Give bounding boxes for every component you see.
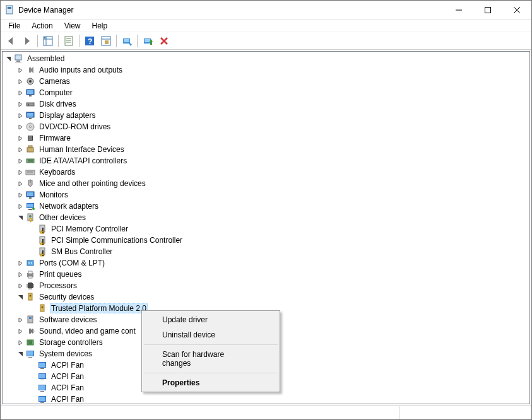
monitor-icon bbox=[25, 190, 35, 200]
tree-node[interactable]: IDE ATA/ATAPI controllers bbox=[3, 155, 529, 166]
tree-node[interactable]: Ports (COM & LPT) bbox=[3, 257, 529, 269]
action-button[interactable] bbox=[98, 33, 114, 49]
tree-node-label: Ports (COM & LPT) bbox=[38, 259, 106, 267]
expand-icon[interactable] bbox=[16, 88, 25, 98]
expand-icon[interactable] bbox=[16, 66, 25, 75]
tree-node-label: Processors bbox=[38, 281, 78, 290]
scan-button[interactable] bbox=[119, 33, 134, 49]
expand-icon[interactable] bbox=[16, 338, 25, 347]
svg-rect-84 bbox=[39, 397, 45, 401]
menu-item-scan-for-hardware-changes[interactable]: Scan for hardware changes bbox=[143, 347, 278, 371]
expand-icon[interactable] bbox=[16, 122, 25, 132]
expand-icon[interactable] bbox=[16, 145, 25, 155]
menu-item-uninstall-device[interactable]: Uninstall device bbox=[143, 327, 278, 342]
tree-node[interactable]: Network adapters bbox=[3, 201, 529, 212]
menu-item-update-driver[interactable]: Update driver bbox=[143, 312, 278, 327]
uninstall-button[interactable] bbox=[157, 33, 172, 49]
update-button[interactable] bbox=[140, 33, 155, 49]
tree-node[interactable]: !PCI Simple Communications Controller bbox=[3, 235, 529, 246]
tree-node-label: Display adapters bbox=[38, 111, 97, 120]
tree-node[interactable]: Security devices bbox=[3, 291, 529, 303]
tree-node[interactable]: Print queues bbox=[3, 269, 529, 280]
computer-icon bbox=[13, 54, 23, 64]
warn-icon: ! bbox=[37, 247, 47, 257]
security-icon bbox=[25, 292, 35, 302]
collapse-icon[interactable] bbox=[16, 213, 25, 223]
expand-icon[interactable] bbox=[16, 327, 25, 336]
svg-rect-79 bbox=[40, 380, 44, 380]
tree-node[interactable]: ?Other devices bbox=[3, 212, 529, 223]
svg-rect-61 bbox=[28, 276, 32, 278]
tree-node[interactable]: Firmware bbox=[3, 132, 529, 144]
tree-node-label: Storage controllers bbox=[38, 338, 104, 347]
tree-node[interactable]: ACPI Fan bbox=[3, 394, 529, 404]
tree-node-label: Sound, video and game cont bbox=[38, 327, 137, 335]
context-menu[interactable]: Update driverUninstall deviceScan for ha… bbox=[141, 310, 280, 392]
back-button[interactable] bbox=[3, 33, 18, 49]
forward-button[interactable] bbox=[20, 33, 35, 49]
tree-node-label: Cameras bbox=[38, 77, 71, 86]
tree-node[interactable]: Display adapters bbox=[3, 110, 529, 121]
tree-node[interactable]: Computer bbox=[3, 87, 529, 98]
expand-icon[interactable] bbox=[16, 134, 25, 143]
system-item-icon bbox=[37, 371, 47, 382]
svg-rect-19 bbox=[16, 61, 20, 62]
menu-action[interactable]: Action bbox=[27, 20, 57, 32]
expand-icon[interactable] bbox=[16, 100, 25, 109]
expand-icon[interactable] bbox=[16, 202, 25, 211]
menu-view[interactable]: View bbox=[59, 20, 86, 32]
tree-node-label: ACPI Fan bbox=[50, 361, 85, 370]
expand-icon[interactable] bbox=[16, 281, 25, 291]
camera-icon bbox=[25, 76, 35, 86]
tree-node[interactable]: Cameras bbox=[3, 76, 529, 87]
expand-icon[interactable] bbox=[16, 190, 25, 200]
tree-node[interactable]: !SM Bus Controller bbox=[3, 246, 529, 257]
expand-icon[interactable] bbox=[16, 111, 25, 120]
tree-node[interactable]: Assembled bbox=[3, 53, 529, 64]
svg-rect-37 bbox=[28, 146, 32, 148]
menu-file[interactable]: File bbox=[3, 20, 25, 32]
expand-icon[interactable] bbox=[16, 315, 25, 325]
tree-node[interactable]: DVD/CD-ROM drives bbox=[3, 121, 529, 132]
system-item-icon bbox=[37, 394, 47, 404]
properties-button[interactable] bbox=[61, 33, 76, 49]
tree-node[interactable]: Keyboards bbox=[3, 166, 529, 178]
tree-node[interactable]: Monitors bbox=[3, 189, 529, 201]
expand-icon[interactable] bbox=[16, 77, 25, 86]
menubar: FileActionViewHelp bbox=[1, 20, 531, 32]
tree-node[interactable]: Audio inputs and outputs bbox=[3, 64, 529, 76]
expand-icon[interactable] bbox=[16, 156, 25, 166]
tree-node[interactable]: Human Interface Devices bbox=[3, 144, 529, 155]
minimize-button[interactable] bbox=[444, 1, 473, 20]
tree-node-label: Firmware bbox=[38, 134, 72, 143]
show-hide-tree[interactable] bbox=[40, 33, 56, 49]
network-icon bbox=[25, 201, 35, 211]
close-button[interactable] bbox=[502, 1, 531, 20]
collapse-icon[interactable] bbox=[4, 54, 13, 64]
svg-rect-3 bbox=[485, 7, 491, 13]
tree-node[interactable]: Mice and other pointing devices bbox=[3, 178, 529, 189]
collapse-icon[interactable] bbox=[16, 349, 25, 359]
expand-icon[interactable] bbox=[16, 270, 25, 279]
svg-rect-73 bbox=[28, 357, 32, 358]
collapse-icon[interactable] bbox=[16, 293, 25, 302]
tree-node[interactable]: Disk drives bbox=[3, 98, 529, 110]
chip-icon bbox=[25, 133, 35, 143]
svg-text:?: ? bbox=[28, 217, 33, 223]
titlebar[interactable]: Device Manager bbox=[1, 1, 531, 20]
svg-rect-82 bbox=[40, 391, 44, 392]
maximize-button[interactable] bbox=[473, 1, 502, 20]
tree-node-label: IDE ATA/ATAPI controllers bbox=[38, 156, 128, 165]
menu-item-properties[interactable]: Properties bbox=[143, 375, 278, 390]
cd-icon bbox=[25, 122, 35, 132]
svg-point-66 bbox=[42, 306, 44, 308]
svg-text:!: ! bbox=[42, 249, 44, 257]
expand-icon[interactable] bbox=[16, 179, 25, 189]
tree-node[interactable]: Processors bbox=[3, 280, 529, 291]
menu-help[interactable]: Help bbox=[87, 20, 113, 32]
expand-icon[interactable] bbox=[16, 168, 25, 177]
tree-node[interactable]: !PCI Memory Controller bbox=[3, 223, 529, 235]
expand-icon[interactable] bbox=[16, 259, 25, 268]
help-button[interactable]: ? bbox=[82, 33, 97, 49]
svg-rect-67 bbox=[28, 316, 33, 323]
